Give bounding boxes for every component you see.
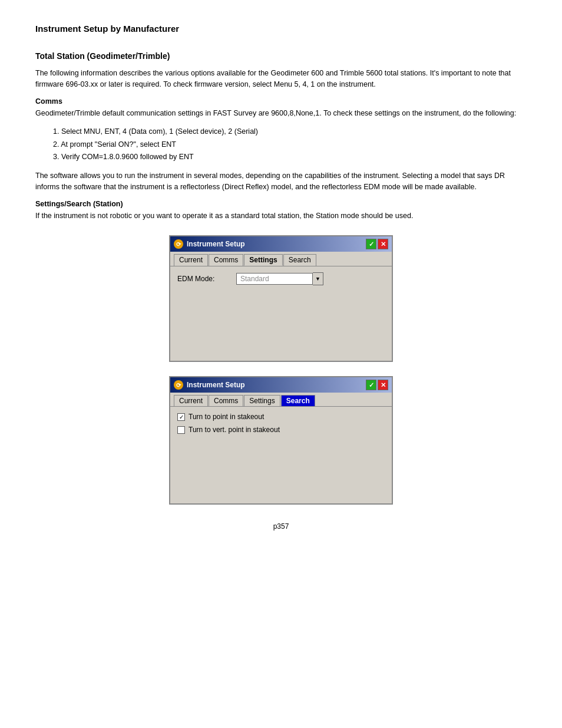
- steps-list: 1. Select MNU, ENT, 4 (Data com), 1 (Sel…: [53, 126, 527, 163]
- dialog1-edm-field: EDM Mode: Standard ▼: [177, 272, 385, 285]
- dialog1-edm-arrow[interactable]: ▼: [313, 272, 323, 285]
- dialog2-close-button[interactable]: ✕: [378, 380, 388, 390]
- dialog2-checkbox1-label: Turn to point in stakeout: [189, 413, 264, 421]
- dialog1-edm-select[interactable]: Standard ▼: [236, 272, 323, 285]
- dialog2-body: Turn to point in stakeout Turn to vert. …: [170, 407, 392, 503]
- dialog2-container: ⟳ Instrument Setup ✓ ✕ Current Comms Set…: [35, 376, 527, 505]
- dialog2-icon: ⟳: [174, 380, 183, 390]
- section-title: Total Station (Geodimeter/Trimble): [35, 51, 527, 61]
- dialog1-empty-area: [177, 290, 385, 355]
- dialog2-title-text: Instrument Setup: [187, 381, 245, 389]
- dialog2-checkbox1[interactable]: [177, 413, 185, 421]
- dialog2-checkbox2-label: Turn to vert. point in stakeout: [189, 426, 280, 434]
- dialog2-ok-button[interactable]: ✓: [366, 380, 376, 390]
- dialog1-body: EDM Mode: Standard ▼: [170, 266, 392, 361]
- dialog2-tab-current[interactable]: Current: [174, 395, 208, 406]
- dialog1-ok-button[interactable]: ✓: [366, 239, 376, 249]
- dialog2-checkbox2[interactable]: [177, 426, 185, 434]
- step-2: 2. At prompt "Serial ON?", select ENT: [53, 139, 527, 151]
- comms-text: Geodimeter/Trimble default communication…: [35, 108, 527, 119]
- dialog2-title-left: ⟳ Instrument Setup: [174, 380, 245, 390]
- step-3: 3. Verify COM=1.8.0.9600 followed by ENT: [53, 151, 527, 163]
- dialog1-icon: ⟳: [174, 239, 183, 249]
- software-text: The software allows you to run the instr…: [35, 170, 527, 193]
- step-1: 1. Select MNU, ENT, 4 (Data com), 1 (Sel…: [53, 126, 527, 138]
- dialog1-container: ⟳ Instrument Setup ✓ ✕ Current Comms Set…: [35, 235, 527, 362]
- dialog1-close-button[interactable]: ✕: [378, 239, 388, 249]
- dialog2-tab-comms[interactable]: Comms: [209, 395, 243, 406]
- dialog1-titlebar: ⟳ Instrument Setup ✓ ✕: [170, 236, 392, 252]
- main-title: Instrument Setup by Manufacturer: [35, 24, 527, 34]
- dialog1-tab-comms[interactable]: Comms: [209, 254, 243, 266]
- dialog2-empty-area: [177, 439, 385, 498]
- dialog1: ⟳ Instrument Setup ✓ ✕ Current Comms Set…: [169, 235, 393, 362]
- dialog1-title-left: ⟳ Instrument Setup: [174, 239, 245, 249]
- settings-subtitle: Settings/Search (Station): [35, 200, 527, 208]
- dialog2-tabs: Current Comms Settings Search: [170, 393, 392, 407]
- dialog2-tab-settings[interactable]: Settings: [244, 395, 280, 406]
- dialog1-controls[interactable]: ✓ ✕: [366, 239, 388, 249]
- dialog2-tab-search[interactable]: Search: [281, 395, 315, 406]
- dialog2-checkbox1-row: Turn to point in stakeout: [177, 413, 385, 421]
- intro-text: The following information describes the …: [35, 68, 527, 90]
- dialog1-tab-settings[interactable]: Settings: [244, 254, 282, 266]
- settings-text: If the instrument is not robotic or you …: [35, 210, 527, 222]
- dialog1-tab-current[interactable]: Current: [174, 254, 208, 266]
- dialog1-edm-value[interactable]: Standard: [236, 273, 313, 285]
- page-number: p357: [35, 522, 527, 531]
- dialog1-title-text: Instrument Setup: [187, 240, 245, 248]
- dialog2-controls[interactable]: ✓ ✕: [366, 380, 388, 390]
- dialog2-checkbox2-row: Turn to vert. point in stakeout: [177, 426, 385, 434]
- comms-subtitle: Comms: [35, 97, 527, 106]
- dialog2: ⟳ Instrument Setup ✓ ✕ Current Comms Set…: [169, 376, 393, 505]
- dialog1-edm-label: EDM Mode:: [177, 275, 236, 283]
- dialog2-titlebar: ⟳ Instrument Setup ✓ ✕: [170, 377, 392, 393]
- dialog1-tab-search[interactable]: Search: [283, 254, 316, 266]
- dialog1-tabs: Current Comms Settings Search: [170, 252, 392, 266]
